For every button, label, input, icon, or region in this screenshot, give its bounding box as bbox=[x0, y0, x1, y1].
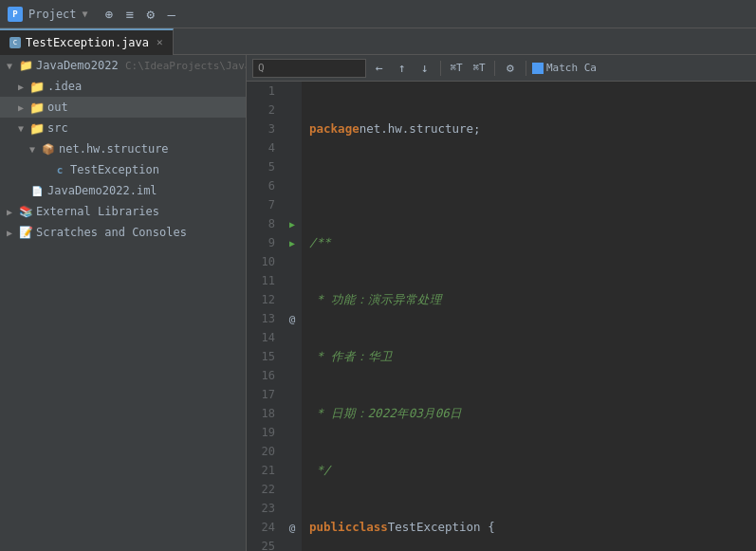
gutter-marker-22 bbox=[283, 480, 302, 499]
sidebar-item-external-libraries[interactable]: ▶ 📚 External Libraries bbox=[0, 201, 246, 222]
settings-icon[interactable]: ⚙ bbox=[143, 7, 158, 22]
separator bbox=[440, 61, 441, 76]
title-bar-left: P Project ▼ ⊕ ≡ ⚙ — bbox=[8, 7, 179, 22]
gutter-marker-12 bbox=[283, 290, 302, 309]
chevron-icon: ▶ bbox=[15, 102, 27, 113]
line-6: * 日期：2022年03月06日 bbox=[309, 404, 748, 423]
gutter-marker-10 bbox=[283, 252, 302, 271]
gutter-marker-21 bbox=[283, 461, 302, 480]
gutter-marker-23 bbox=[283, 499, 302, 518]
gutter-run-9[interactable]: ▶ bbox=[283, 233, 302, 252]
project-icon: P bbox=[8, 7, 23, 22]
separator bbox=[526, 61, 526, 76]
down-arrow-icon[interactable]: ↓ bbox=[415, 59, 434, 78]
chevron-icon: ▶ bbox=[15, 82, 27, 92]
idea-label: .idea bbox=[47, 80, 82, 93]
title-bar-icons: ⊕ ≡ ⚙ — bbox=[101, 7, 179, 22]
match-case-label: Match Ca bbox=[546, 62, 597, 74]
gutter-marker-11 bbox=[283, 271, 302, 290]
chevron-icon: ▼ bbox=[4, 61, 15, 71]
gutter-marker-18 bbox=[283, 404, 302, 423]
scratches-label: Scratches and Consoles bbox=[36, 226, 187, 239]
add-icon[interactable]: ⊕ bbox=[101, 7, 117, 22]
package-icon: 📦 bbox=[41, 141, 56, 156]
package-label: net.hw.structure bbox=[59, 142, 169, 156]
search-input[interactable] bbox=[268, 62, 344, 75]
tab-test-exception[interactable]: c TestException.java ✕ bbox=[0, 28, 174, 55]
search-icon: Q bbox=[258, 62, 265, 74]
sidebar-item-out[interactable]: ▶ 📁 out bbox=[0, 97, 246, 118]
search-box[interactable]: Q bbox=[252, 59, 366, 78]
chevron-icon bbox=[38, 165, 49, 175]
gutter-run-8[interactable]: ▶ bbox=[283, 214, 302, 233]
project-name: JavaDemo2022 C:\IdeaProjects\Java... bbox=[36, 59, 246, 72]
filter-icon[interactable]: ⚙ bbox=[501, 59, 520, 78]
gutter-marker-3 bbox=[283, 119, 302, 138]
sidebar-item-project-root[interactable]: ▼ 📁 JavaDemo2022 C:\IdeaProjects\Java... bbox=[0, 55, 246, 76]
tab-bar: c TestException.java ✕ bbox=[0, 28, 756, 55]
editor-toolbar: Q ← ↑ ↓ ⌘T ⌘T ⚙ Match Ca bbox=[247, 55, 756, 82]
match-case-checkbox[interactable] bbox=[532, 63, 544, 74]
gutter-marker-20 bbox=[283, 442, 302, 461]
filter-1-icon[interactable]: ⌘T bbox=[447, 59, 466, 78]
main-content: ▼ 📁 JavaDemo2022 C:\IdeaProjects\Java...… bbox=[0, 55, 756, 551]
scratches-icon: 📝 bbox=[18, 225, 33, 240]
tab-label: TestException.java bbox=[26, 36, 149, 49]
separator bbox=[494, 61, 495, 76]
code-area[interactable]: 1 2 3 4 5 6 7 8 9 10 11 12 13 14 15 16 1… bbox=[247, 82, 756, 551]
sidebar-item-src[interactable]: ▼ 📁 src bbox=[0, 118, 246, 138]
match-case-toggle[interactable]: Match Ca bbox=[532, 62, 597, 74]
external-libraries-label: External Libraries bbox=[36, 205, 159, 218]
project-folder-icon: 📁 bbox=[18, 58, 33, 73]
code-content[interactable]: package net.hw.structure; /** * 功能：演示异常处… bbox=[302, 82, 756, 551]
chevron-icon bbox=[15, 186, 27, 196]
folder-icon: 📁 bbox=[29, 79, 45, 94]
chevron-icon: ▶ bbox=[4, 207, 15, 217]
tab-close-button[interactable]: ✕ bbox=[157, 36, 163, 48]
java-class-icon: c bbox=[52, 162, 67, 177]
gutter-annotation-24: @ bbox=[283, 518, 302, 537]
gutter-marker-4 bbox=[283, 138, 302, 157]
gutter-marker-19 bbox=[283, 423, 302, 442]
gutter-marker-5 bbox=[283, 157, 302, 176]
line-2 bbox=[309, 176, 748, 195]
folder-icon: 📁 bbox=[29, 120, 45, 136]
sidebar-item-scratches[interactable]: ▶ 📝 Scratches and Consoles bbox=[0, 222, 246, 243]
gutter-marker-14 bbox=[283, 328, 302, 347]
sidebar-item-test-exception[interactable]: c TestException bbox=[0, 159, 246, 180]
sidebar-item-idea[interactable]: ▶ 📁 .idea bbox=[0, 76, 246, 97]
line-8: public class TestException { bbox=[309, 518, 748, 537]
iml-icon: 📄 bbox=[29, 183, 45, 198]
test-exception-label: TestException bbox=[70, 163, 159, 176]
java-file-icon: c bbox=[9, 37, 21, 48]
chevron-icon: ▼ bbox=[15, 123, 27, 134]
chevron-icon: ▶ bbox=[4, 228, 15, 238]
sidebar: ▼ 📁 JavaDemo2022 C:\IdeaProjects\Java...… bbox=[0, 55, 247, 551]
filter-2-icon[interactable]: ⌘T bbox=[470, 59, 489, 78]
gutter-marker-25 bbox=[283, 537, 302, 551]
line-5: * 作者：华卫 bbox=[309, 347, 748, 366]
line-numbers: 1 2 3 4 5 6 7 8 9 10 11 12 13 14 15 16 1… bbox=[247, 82, 283, 551]
up-arrow-icon[interactable]: ↑ bbox=[393, 59, 412, 78]
menu-icon[interactable]: ≡ bbox=[122, 7, 138, 22]
gutter-marker-17 bbox=[283, 385, 302, 404]
gutter: ▶ ▶ @ @ bbox=[283, 82, 302, 551]
iml-label: JavaDemo2022.iml bbox=[47, 184, 157, 197]
line-4: * 功能：演示异常处理 bbox=[309, 290, 748, 309]
line-7: */ bbox=[309, 461, 748, 480]
chevron-icon: ▼ bbox=[27, 144, 38, 155]
line-1: package net.hw.structure; bbox=[309, 119, 748, 138]
sidebar-item-package[interactable]: ▼ 📦 net.hw.structure bbox=[0, 138, 246, 159]
minimize-icon[interactable]: — bbox=[164, 7, 179, 22]
folder-icon: 📁 bbox=[29, 100, 45, 115]
gutter-marker-1 bbox=[283, 82, 302, 101]
out-label: out bbox=[47, 101, 68, 114]
project-label: Project bbox=[28, 8, 77, 21]
gutter-marker-7 bbox=[283, 195, 302, 214]
gutter-marker-16 bbox=[283, 366, 302, 385]
back-icon[interactable]: ← bbox=[370, 59, 389, 78]
project-dropdown[interactable]: ▼ bbox=[83, 9, 88, 19]
gutter-marker-2 bbox=[283, 101, 302, 119]
title-bar: P Project ▼ ⊕ ≡ ⚙ — bbox=[0, 0, 756, 28]
sidebar-item-iml[interactable]: 📄 JavaDemo2022.iml bbox=[0, 180, 246, 201]
